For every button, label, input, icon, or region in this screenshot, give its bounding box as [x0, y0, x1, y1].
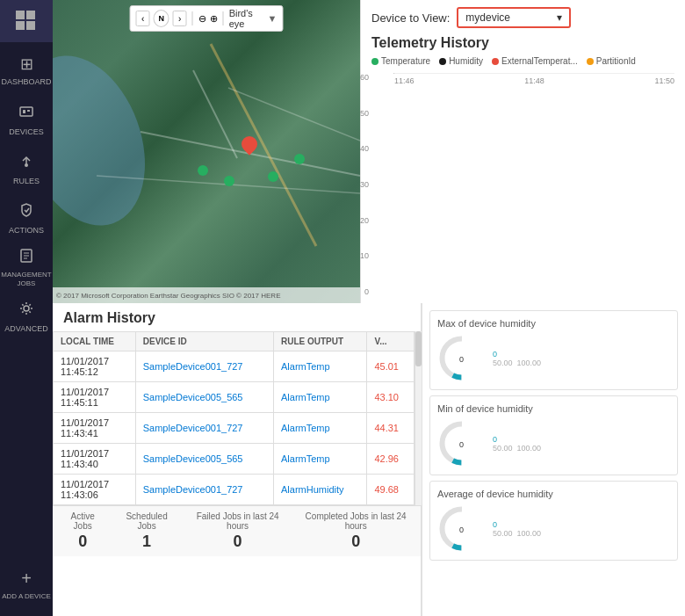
map-container[interactable]: ‹ N › ⊖ ⊕ Bird's eye ▼ © 2017 Microsoft: [53, 0, 360, 303]
alarm-table-wrapper: LOCAL TIME DEVICE ID RULE OUTPUT V... 11…: [53, 331, 415, 505]
map-pin-green-4[interactable]: [294, 154, 305, 164]
job-completed-label: Completed Jobs in last 24 hours: [301, 511, 410, 531]
cell-rule: AlarmHumidity: [273, 475, 366, 505]
gauge-max-max: 50.00 100.00: [493, 359, 541, 367]
device-link[interactable]: SampleDevice001_727: [143, 484, 243, 495]
main-content: ‹ N › ⊖ ⊕ Bird's eye ▼ © 2017 Microsoft: [53, 0, 685, 616]
map-pin-green-1[interactable]: [198, 165, 208, 176]
stat-min-title: Min of device humidity: [437, 403, 670, 414]
sidebar-item-advanced[interactable]: ADVANCED: [0, 292, 53, 341]
rule-link[interactable]: AlarmTemp: [281, 392, 330, 402]
job-scheduled-value: 1: [142, 533, 151, 551]
rule-link[interactable]: AlarmTemp: [281, 423, 330, 433]
gauge-min: 0: [437, 419, 486, 467]
stat-card-max: Max of device humidity 0 0 50.00 100.00: [429, 310, 678, 390]
y-30: 30: [350, 180, 369, 189]
legend-label-humidity: Humidity: [449, 56, 483, 66]
y-10: 10: [350, 251, 369, 260]
map-footer: © 2017 Microsoft Corporation Earthstar G…: [53, 287, 360, 303]
gauge-min-max: 50.00 100.00: [493, 444, 541, 453]
value-link[interactable]: 45.01: [374, 361, 399, 372]
job-active-label: Active Jobs: [63, 511, 102, 531]
device-selector-row: Device to View: mydevice ▾: [371, 7, 674, 28]
rule-link[interactable]: AlarmTemp: [281, 361, 330, 372]
svg-rect-1: [26, 11, 35, 19]
device-link[interactable]: SampleDevice005_565: [143, 392, 243, 402]
device-link[interactable]: SampleDevice001_727: [143, 361, 243, 372]
map-pin-green-3[interactable]: [268, 171, 278, 182]
cell-value: 44.31: [367, 413, 415, 444]
sidebar-item-label: DASHBOARD: [1, 77, 51, 86]
device-dropdown[interactable]: mydevice ▾: [457, 7, 571, 28]
gauge-avg: 0: [437, 504, 486, 553]
svg-rect-3: [26, 21, 35, 30]
map-view-arrow: ▼: [268, 13, 278, 24]
stat-avg-title: Average of device humidity: [437, 489, 670, 499]
gauge-avg-labels: 0 50.00 100.00: [493, 520, 541, 538]
cell-value: 42.96: [367, 444, 415, 475]
device-link[interactable]: SampleDevice001_727: [143, 423, 243, 433]
chart-yaxis: 60 50 40 30 20 10 0: [350, 73, 369, 296]
value-link[interactable]: 42.96: [374, 453, 399, 464]
cell-rule: AlarmTemp: [273, 382, 366, 413]
sidebar-item-management-jobs[interactable]: MANAGEMENT JOBS: [0, 243, 53, 292]
job-active: Active Jobs 0: [63, 511, 102, 551]
telemetry-panel: Device to View: mydevice ▾ Telemetry His…: [360, 0, 685, 303]
table-row: 11/01/201711:43:41 SampleDevice001_727 A…: [54, 413, 415, 444]
value-link[interactable]: 49.68: [374, 484, 399, 495]
map-pin-green-2[interactable]: [224, 176, 234, 186]
gauge-max-labels: 0 50.00 100.00: [493, 350, 541, 367]
job-completed: Completed Jobs in last 24 hours 0: [301, 511, 410, 551]
chart-xaxis: 11:46 11:48 11:50: [394, 76, 674, 85]
y-50: 50: [350, 109, 369, 118]
svg-rect-5: [23, 110, 25, 113]
cell-device: SampleDevice001_727: [135, 351, 273, 382]
job-completed-value: 0: [351, 533, 360, 551]
map-zoom-in[interactable]: ⊕: [210, 13, 218, 25]
value-link[interactable]: 44.31: [374, 423, 399, 433]
job-scheduled-label: Scheduled Jobs: [119, 511, 174, 531]
management-icon: [18, 247, 34, 267]
map-view-label: Bird's eye: [229, 8, 265, 29]
map-zoom-out[interactable]: ⊖: [198, 13, 206, 25]
svg-line-15: [211, 44, 316, 246]
sidebar-item-rules[interactable]: RULES: [0, 144, 53, 193]
rule-link[interactable]: AlarmTemp: [281, 453, 330, 464]
cell-rule: AlarmTemp: [273, 444, 366, 475]
add-device-button[interactable]: + ADD A DEVICE: [0, 560, 53, 609]
map-nav-back[interactable]: ‹: [136, 11, 150, 26]
cell-time: 11/01/201711:43:40: [54, 444, 136, 475]
x-1150: 11:50: [654, 76, 674, 85]
sidebar-item-label: DEVICES: [9, 127, 44, 136]
telemetry-title: Telemetry History: [371, 35, 674, 51]
legend-dot-humidity: [439, 58, 446, 65]
gauge-row-min: 0 0 50.00 100.00: [437, 419, 670, 467]
map-view-selector[interactable]: Bird's eye ▼: [229, 8, 278, 29]
top-area: ‹ N › ⊖ ⊕ Bird's eye ▼ © 2017 Microsoft: [53, 0, 685, 303]
full-bottom: Alarm History LOCAL TIME DEVICE ID RULE …: [53, 303, 685, 616]
legend-label-partitionid: PartitionId: [596, 56, 636, 66]
rule-link[interactable]: AlarmHumidity: [281, 484, 344, 495]
table-row: 11/01/201711:45:11 SampleDevice005_565 A…: [54, 382, 415, 413]
svg-text:0: 0: [459, 525, 464, 534]
cell-time: 11/01/201711:43:41: [54, 413, 136, 444]
cell-value: 49.68: [367, 475, 415, 505]
sidebar-item-actions[interactable]: ACTIONS: [0, 193, 53, 243]
stat-max-title: Max of device humidity: [437, 318, 670, 329]
scroll-thumb[interactable]: [415, 331, 422, 366]
map-background: [53, 0, 360, 303]
scroll-bar[interactable]: [415, 331, 422, 505]
add-device-label: ADD A DEVICE: [2, 592, 51, 600]
value-link[interactable]: 43.10: [374, 392, 399, 402]
map-compass[interactable]: N: [154, 10, 169, 27]
cell-time: 11/01/201711:45:12: [54, 351, 136, 382]
sidebar-item-devices[interactable]: DEVICES: [0, 95, 53, 144]
device-link[interactable]: SampleDevice005_565: [143, 453, 243, 464]
sidebar-item-dashboard[interactable]: ⊞ DASHBOARD: [0, 46, 53, 95]
y-0: 0: [350, 287, 369, 296]
job-active-value: 0: [78, 533, 87, 551]
map-nav-fwd[interactable]: ›: [173, 11, 187, 26]
actions-icon: [18, 202, 34, 222]
cell-value: 45.01: [367, 351, 415, 382]
alarm-table: LOCAL TIME DEVICE ID RULE OUTPUT V... 11…: [53, 331, 415, 505]
